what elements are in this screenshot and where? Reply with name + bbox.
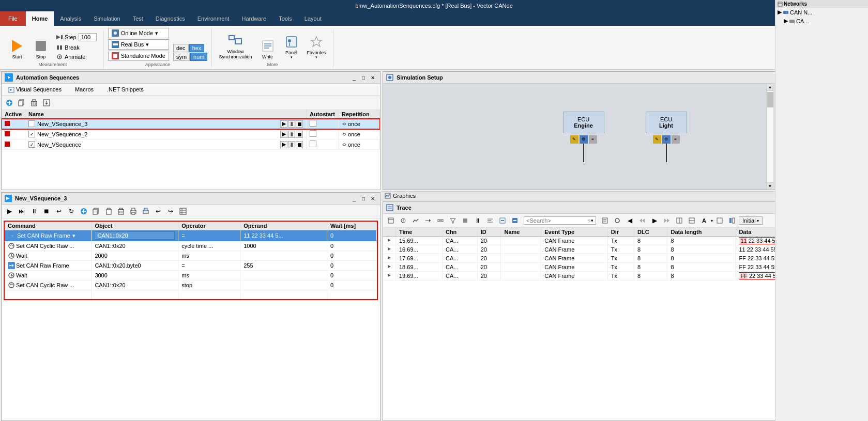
copy-button[interactable] [16,97,27,108]
add-sequence-button[interactable] [4,97,15,108]
ecu-light[interactable]: ECU Light [646,112,687,133]
animate-button[interactable]: Animate [54,53,99,61]
scroll-down[interactable]: ▼ [767,182,773,190]
pause-button-3[interactable]: ⏸ [288,141,295,148]
trace-btn-2[interactable] [398,215,409,226]
pause-button[interactable]: ⏸ [288,120,295,128]
sequence-checkbox-2[interactable] [28,131,35,137]
command-row[interactable]: Set CAN Cyclic Raw ... CAN1::0x20 cycle … [5,241,377,251]
trace-btn-pause[interactable]: ⏸ [472,215,483,226]
tab-visual-sequences[interactable]: Visual Sequences [4,85,66,95]
ecu-engine-icon-1[interactable]: ✎ [570,135,578,144]
delete-button[interactable] [28,97,40,108]
print-button[interactable] [128,206,139,217]
delete-cmd-button[interactable] [115,206,127,217]
trace-btn-align[interactable] [484,215,496,226]
pause-button-2[interactable]: ⏸ [288,131,295,138]
stop-button[interactable]: Stop [30,36,52,61]
expand-icon-3[interactable] [386,255,392,261]
trace-btn-1[interactable] [385,215,397,226]
paste-button[interactable] [103,206,114,217]
redo2-button[interactable]: ↪ [165,206,176,217]
expand-icon-2[interactable] [386,246,392,252]
ecu-engine-icon-3[interactable]: ≡ [589,135,597,144]
sequence-row[interactable]: New_VSequence_2 ▶ ⏸ ⏹ [2,129,380,139]
tab-file[interactable]: File [0,11,26,26]
sym-button[interactable]: sym [173,53,190,61]
play-button-3[interactable]: ▶ [280,141,287,148]
stop-seq-button[interactable]: ⏹ [296,120,303,128]
command-row[interactable]: Wait 3000 ms 0 [5,271,377,280]
expand-icon-1[interactable] [386,237,392,243]
trace-btn-back[interactable]: ◀ [624,215,635,226]
tab-home[interactable]: Home [26,11,54,26]
dec-button[interactable]: dec [173,44,189,52]
trace-btn-r3[interactable] [674,215,685,226]
play-seq-button[interactable]: ▶ [4,206,15,217]
trace-btn-r6[interactable] [726,215,738,226]
hex-button[interactable]: hex [189,44,205,52]
tab-net-snippets[interactable]: .NET Snippets [102,85,148,95]
sequence-row[interactable]: New_VSequence ▶ ⏸ ⏹ [2,139,380,150]
online-mode-button[interactable]: Online Mode ▾ [108,28,169,38]
ecu-engine[interactable]: ECU Engine [563,112,604,133]
real-bus-button[interactable]: Real Bus ▾ [108,39,169,50]
stop-seq-button-2[interactable]: ⏹ [296,131,303,138]
command-row[interactable]: → Set CAN Raw Frame ▾ CAN1::0x20 = 11 22 [5,230,377,241]
autostart-checkbox-3[interactable] [310,141,316,147]
tab-environment[interactable]: Environment [191,11,236,26]
tab-layout[interactable]: Layout [298,11,328,26]
sim-scrollbar[interactable]: ▲ ▼ [766,84,773,190]
panel-minimize-button[interactable]: _ [350,73,358,82]
object-value-1[interactable]: CAN1::0x20 [95,231,175,240]
trace-btn-r1[interactable] [599,215,611,226]
trace-btn-fwd2[interactable] [661,215,673,226]
trace-btn-stop[interactable] [460,215,471,226]
add-cmd-button[interactable] [78,206,89,217]
expand-icon-5[interactable] [386,272,392,278]
tab-analysis[interactable]: Analysis [54,11,87,26]
stop-editor-button[interactable]: ⏹ [41,206,52,217]
export-button[interactable] [41,97,52,108]
play-button-2[interactable]: ▶ [280,131,287,138]
window-sync-button[interactable]: Window Synchronization [216,31,254,61]
step-value-input[interactable] [79,33,97,41]
trace-btn-r2[interactable] [612,215,623,226]
tab-simulation[interactable]: Simulation [87,11,126,26]
editor-maximize-button[interactable]: □ [359,194,368,202]
tab-tools[interactable]: Tools [272,11,298,26]
stop-seq-button-3[interactable]: ⏹ [296,141,303,148]
break-button[interactable]: Break [54,43,99,52]
trace-btn-r4[interactable] [686,215,697,226]
trace-btn-settings[interactable] [497,215,508,226]
trace-btn-filter[interactable] [447,215,459,226]
trace-btn-5[interactable] [435,215,446,226]
trace-btn-fwd[interactable]: ▶ [649,215,660,226]
pause-seq-button[interactable]: ⏸ [28,206,40,217]
trace-btn-3[interactable] [410,215,421,226]
trace-btn-4[interactable] [422,215,434,226]
copy-cmd-button[interactable] [90,206,102,217]
sequence-checkbox-3[interactable] [28,141,35,148]
ecu-light-icon-2[interactable]: ⚙ [662,135,671,144]
ecu-light-icon-1[interactable]: ✎ [653,135,661,144]
trace-search-box[interactable]: ▾ [524,216,596,225]
undo2-button[interactable]: ↩ [153,206,164,217]
editor-close-button[interactable]: ✕ [369,194,377,202]
autostart-checkbox-1[interactable] [310,120,316,127]
start-button[interactable]: Start [6,36,28,61]
autostart-checkbox-2[interactable] [310,130,316,137]
command-row[interactable]: Set CAN Cyclic Raw ... CAN1::0x20 stop 0 [5,280,377,290]
trace-btn-r5[interactable] [714,215,725,226]
tab-hardware[interactable]: Hardware [235,11,272,26]
trace-btn-settings2[interactable] [509,215,521,226]
panel-button[interactable]: Panel ▾ [281,32,302,61]
undo-button[interactable]: ↩ [53,206,65,217]
tab-macros[interactable]: Macros [70,85,98,95]
scroll-thumb[interactable] [767,92,773,107]
tab-test[interactable]: Test [127,11,149,26]
standalone-mode-button[interactable]: Standalone Mode [108,51,169,61]
play-step-button[interactable]: ⏭ [16,206,27,217]
step-button[interactable]: Step [54,32,99,42]
trace-btn-font[interactable]: A [698,215,710,226]
